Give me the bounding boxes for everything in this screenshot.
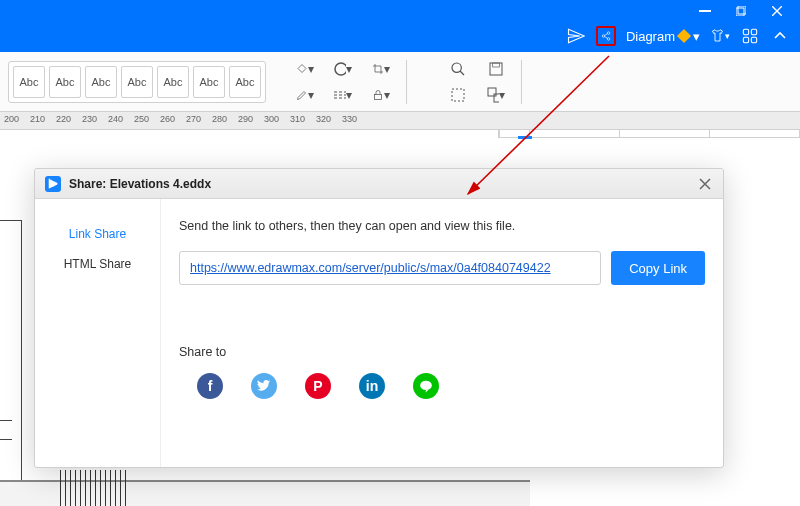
drawing-fragment bbox=[0, 420, 12, 440]
style-swatch[interactable]: Abc bbox=[13, 66, 45, 98]
app-logo-icon: ⯈ bbox=[45, 176, 61, 192]
twitter-icon[interactable] bbox=[251, 373, 277, 399]
linkedin-icon[interactable]: in bbox=[359, 373, 385, 399]
window-controls bbox=[698, 0, 800, 18]
style-swatch[interactable]: Abc bbox=[49, 66, 81, 98]
dialog-sidebar: Link Share HTML Share bbox=[35, 199, 161, 467]
style-swatch[interactable]: Abc bbox=[121, 66, 153, 98]
share-to-section: Share to f P in bbox=[179, 345, 705, 399]
svg-point-5 bbox=[607, 38, 610, 41]
svg-rect-13 bbox=[490, 63, 502, 75]
svg-rect-9 bbox=[751, 37, 756, 42]
lock-icon[interactable]: ▾ bbox=[372, 86, 390, 104]
chevron-down-icon: ▾ bbox=[693, 29, 700, 44]
ruler-tick: 330 bbox=[342, 114, 357, 124]
ruler-tick: 270 bbox=[186, 114, 201, 124]
ruler-tick: 200 bbox=[4, 114, 19, 124]
dialog-close-button[interactable] bbox=[697, 176, 713, 192]
diamond-icon bbox=[677, 29, 691, 43]
ruler-tick: 300 bbox=[264, 114, 279, 124]
style-swatch[interactable]: Abc bbox=[157, 66, 189, 98]
save-icon[interactable] bbox=[487, 60, 505, 78]
share-to-label: Share to bbox=[179, 345, 705, 359]
svg-point-3 bbox=[607, 32, 610, 34]
line-icon[interactable] bbox=[413, 373, 439, 399]
pen-icon[interactable]: ▾ bbox=[296, 86, 314, 104]
minimize-button[interactable] bbox=[698, 4, 712, 18]
svg-rect-1 bbox=[736, 8, 744, 16]
style-swatch[interactable]: Abc bbox=[229, 66, 261, 98]
ruler-tick: 320 bbox=[316, 114, 331, 124]
chevron-up-icon[interactable] bbox=[770, 26, 790, 46]
sidebar-item-html-share[interactable]: HTML Share bbox=[43, 249, 152, 279]
close-button[interactable] bbox=[770, 4, 784, 18]
svg-rect-7 bbox=[751, 29, 756, 34]
svg-rect-16 bbox=[488, 88, 496, 96]
drawing-fragment bbox=[0, 220, 22, 506]
ruler-tick: 240 bbox=[108, 114, 123, 124]
toolbar: Abc Abc Abc Abc Abc Abc Abc ▾ ▾ ▾ ▾ ▾ ▾ bbox=[0, 52, 800, 112]
share-url-field[interactable]: https://www.edrawmax.com/server/public/s… bbox=[179, 251, 601, 285]
share-url-link[interactable]: https://www.edrawmax.com/server/public/s… bbox=[190, 261, 551, 275]
fill-icon[interactable]: ▾ bbox=[296, 60, 314, 78]
group-icon[interactable]: ▾ bbox=[487, 86, 505, 104]
svg-rect-6 bbox=[743, 29, 748, 34]
svg-rect-11 bbox=[375, 94, 382, 99]
pinterest-icon[interactable]: P bbox=[305, 373, 331, 399]
svg-rect-0 bbox=[699, 10, 711, 12]
svg-point-10 bbox=[335, 63, 346, 75]
header-tools: Diagram ▾ ▾ bbox=[566, 26, 790, 46]
link-row: https://www.edrawmax.com/server/public/s… bbox=[179, 251, 705, 285]
svg-rect-8 bbox=[743, 37, 748, 42]
ruler-tick: 280 bbox=[212, 114, 227, 124]
dialog-header: ⯈ Share: Elevations 4.eddx bbox=[35, 169, 723, 199]
svg-rect-2 bbox=[738, 6, 746, 14]
apps-icon[interactable] bbox=[740, 26, 760, 46]
facebook-icon[interactable]: f bbox=[197, 373, 223, 399]
share-icon[interactable] bbox=[596, 26, 616, 46]
share-dialog: ⯈ Share: Elevations 4.eddx Link Share HT… bbox=[34, 168, 724, 468]
diagram-label[interactable]: Diagram ▾ bbox=[626, 29, 700, 44]
svg-rect-15 bbox=[452, 89, 464, 101]
sidebar-item-link-share[interactable]: Link Share bbox=[43, 219, 152, 249]
search-icon[interactable] bbox=[449, 60, 467, 78]
ruler-tick: 290 bbox=[238, 114, 253, 124]
svg-point-12 bbox=[452, 63, 461, 72]
share-description: Send the link to others, then they can o… bbox=[179, 219, 705, 233]
copy-link-button[interactable]: Copy Link bbox=[611, 251, 705, 285]
style-gallery[interactable]: Abc Abc Abc Abc Abc Abc Abc bbox=[8, 61, 266, 103]
ruler-tick: 250 bbox=[134, 114, 149, 124]
dialog-title: Share: Elevations 4.eddx bbox=[69, 177, 211, 191]
dialog-body: Link Share HTML Share Send the link to o… bbox=[35, 199, 723, 467]
ruler-tick: 230 bbox=[82, 114, 97, 124]
style-swatch[interactable]: Abc bbox=[85, 66, 117, 98]
send-icon[interactable] bbox=[566, 26, 586, 46]
ruler-tick: 220 bbox=[56, 114, 71, 124]
ruler-tick: 210 bbox=[30, 114, 45, 124]
drawing-fragment bbox=[60, 470, 130, 506]
toolbar-divider bbox=[406, 60, 407, 104]
toolbar-divider bbox=[521, 60, 522, 104]
ruler-tick: 310 bbox=[290, 114, 305, 124]
social-buttons: f P in bbox=[179, 373, 705, 399]
svg-point-4 bbox=[602, 35, 605, 38]
ruler-tick: 260 bbox=[160, 114, 175, 124]
shape-icon[interactable]: ▾ bbox=[334, 60, 352, 78]
svg-rect-14 bbox=[493, 63, 500, 67]
app-window: Diagram ▾ ▾ Abc Abc Abc Abc Abc Abc Abc … bbox=[0, 0, 800, 506]
diagram-text: Diagram bbox=[626, 29, 675, 44]
ruler: 200 210 220 230 240 250 260 270 280 290 … bbox=[0, 112, 800, 130]
crop-icon[interactable]: ▾ bbox=[372, 60, 390, 78]
style-swatch[interactable]: Abc bbox=[193, 66, 225, 98]
select-icon[interactable] bbox=[449, 86, 467, 104]
line-style-icon[interactable]: ▾ bbox=[334, 86, 352, 104]
dialog-main: Send the link to others, then they can o… bbox=[161, 199, 723, 467]
shirt-icon[interactable]: ▾ bbox=[710, 26, 730, 46]
svg-point-19 bbox=[420, 381, 432, 390]
maximize-button[interactable] bbox=[734, 4, 748, 18]
